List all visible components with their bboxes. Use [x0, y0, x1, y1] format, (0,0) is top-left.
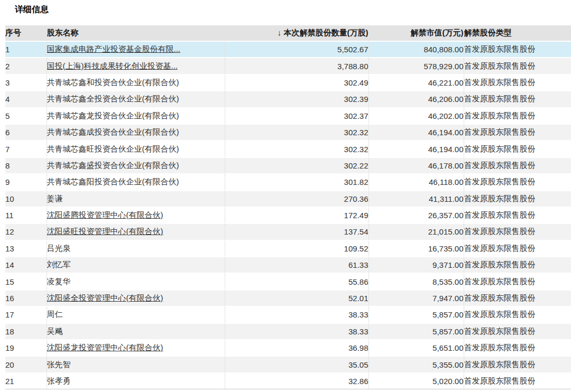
col-header-shareholder-name[interactable]: 股东名称 [47, 25, 225, 41]
share-type-cell: 首发原股东限售股份 [464, 157, 571, 174]
table-row: 4 共青城芯鑫全投资合伙企业(有限合伙) 302.39 46,206.00 首发… [5, 91, 571, 107]
table-row: 17 周仁 38.33 5,857.00 首发原股东限售股份 [5, 306, 571, 323]
row-index-cell: 17 [5, 306, 47, 323]
col-header-market-value[interactable]: 解禁市值(万元) [369, 25, 464, 41]
row-index-cell: 20 [5, 356, 47, 372]
share-type-cell: 首发原股东限售股份 [464, 257, 571, 273]
row-index-cell: 13 [5, 240, 47, 257]
market-value-cell: 46,178.00 [369, 157, 464, 174]
row-index-cell: 18 [5, 323, 47, 340]
unlock-quantity-cell: 38.33 [225, 306, 369, 323]
row-index-cell: 4 [5, 91, 47, 107]
unlock-quantity-cell: 172.49 [225, 207, 369, 223]
page-title: 详细信息 [15, 4, 49, 15]
shareholder-name: 共青城芯鑫全投资合伙企业(有限合伙) [47, 94, 179, 103]
share-type-cell: 首发原股东限售股份 [464, 290, 571, 306]
market-value-cell: 26,357.00 [369, 207, 464, 223]
share-type-cell: 首发原股东限售股份 [464, 74, 571, 91]
table-row: 7 共青城芯鑫旺投资合伙企业(有限合伙) 302.32 46,194.00 首发… [5, 141, 571, 157]
share-type-cell: 首发原股东限售股份 [464, 240, 571, 257]
unlock-quantity-cell: 32.86 [225, 373, 369, 389]
shareholder-name-cell: 共青城芯鑫阳投资合伙企业(有限合伙) [47, 174, 225, 190]
share-type-cell: 首发原股东限售股份 [464, 306, 571, 323]
shareholder-name-cell: 沈阳盛全投资管理中心(有限合伙) [47, 290, 225, 306]
unlock-quantity-cell: 301.82 [225, 174, 369, 190]
row-index-cell: 8 [5, 157, 47, 174]
shareholder-name-cell: 共青城芯鑫盛投资合伙企业(有限合伙) [47, 157, 225, 174]
unlock-quantity-cell: 38.33 [225, 323, 369, 340]
shareholder-name: 共青城芯鑫龙投资合伙企业(有限合伙) [47, 111, 179, 120]
unlock-quantity-cell: 302.37 [225, 108, 369, 124]
table-row: 2 国投(上海)科技成果转化创业投资基... 3,788.80 578,929.… [5, 58, 571, 74]
shareholder-name-cell: 姜谦 [47, 191, 225, 207]
share-type-cell: 首发原股东限售股份 [464, 174, 571, 190]
shareholder-name[interactable]: 国家集成电路产业投资基金股份有限... [47, 44, 181, 53]
shareholder-name[interactable]: 沈阳盛全投资管理中心(有限合伙) [47, 293, 163, 302]
shareholder-name-cell: 共青城芯鑫成投资合伙企业(有限合伙) [47, 124, 225, 141]
unlock-quantity-cell: 302.22 [225, 157, 369, 174]
shareholder-name-cell: 沈阳盛腾投资管理中心(有限合伙) [47, 207, 225, 223]
table-row: 16 沈阳盛全投资管理中心(有限合伙) 52.01 7,947.00 首发原股东… [5, 290, 571, 306]
col-header-share-type[interactable]: 解禁股份类型 [464, 25, 571, 41]
share-type-cell: 首发原股东限售股份 [464, 141, 571, 157]
unlock-quantity-cell: 302.49 [225, 74, 369, 91]
shareholder-name-cell: 吴飚 [47, 323, 225, 340]
row-index-cell: 5 [5, 108, 47, 124]
table-row: 13 吕光泉 109.52 16,735.00 首发原股东限售股份 [5, 240, 571, 257]
shareholder-name: 共青城芯鑫阳投资合伙企业(有限合伙) [47, 177, 179, 186]
table-row: 11 沈阳盛腾投资管理中心(有限合伙) 172.49 26,357.00 首发原… [5, 207, 571, 223]
table-row: 14 刘忆军 61.33 9,371.00 首发原股东限售股份 [5, 257, 571, 273]
table-row: 9 共青城芯鑫阳投资合伙企业(有限合伙) 301.82 46,118.00 首发… [5, 174, 571, 190]
shareholder-name-cell: 刘忆军 [47, 257, 225, 273]
shareholder-name-cell: 沈阳盛龙投资管理中心(有限合伙) [47, 340, 225, 356]
unlock-quantity-cell: 5,502.67 [225, 41, 369, 58]
market-value-cell: 46,221.00 [369, 74, 464, 91]
page: 详细信息 序号 股东名称 ↓ 本次解禁股份数量(万股) 解禁市值(万元) 解禁股… [0, 0, 571, 392]
shareholder-name[interactable]: 沈阳盛旺投资管理中心(有限合伙) [47, 227, 163, 236]
market-value-cell: 46,202.00 [369, 108, 464, 124]
unlock-quantity-cell: 302.32 [225, 141, 369, 157]
shareholder-name-cell: 沈阳盛旺投资管理中心(有限合伙) [47, 223, 225, 240]
unlock-quantity-cell: 302.32 [225, 124, 369, 141]
shareholder-name[interactable]: 国投(上海)科技成果转化创业投资基... [47, 61, 178, 70]
shareholder-name[interactable]: 沈阳盛龙投资管理中心(有限合伙) [47, 343, 163, 352]
table-row: 19 沈阳盛龙投资管理中心(有限合伙) 36.98 5,651.00 首发原股东… [5, 340, 571, 356]
market-value-cell: 46,194.00 [369, 141, 464, 157]
market-value-cell: 5,355.00 [369, 356, 464, 372]
market-value-cell: 5,020.00 [369, 373, 464, 389]
shareholder-name-cell: 周仁 [47, 306, 225, 323]
col-header-unlock-quantity[interactable]: ↓ 本次解禁股份数量(万股) [225, 25, 369, 41]
share-type-cell: 首发原股东限售股份 [464, 223, 571, 240]
row-index-cell: 14 [5, 257, 47, 273]
row-index-cell: 9 [5, 174, 47, 190]
share-type-cell: 首发原股东限售股份 [464, 356, 571, 372]
share-type-cell: 首发原股东限售股份 [464, 108, 571, 124]
shareholder-name-cell: 国投(上海)科技成果转化创业投资基... [47, 58, 225, 74]
table-row: 1 国家集成电路产业投资基金股份有限... 5,502.67 840,808.0… [5, 41, 571, 58]
share-type-cell: 首发原股东限售股份 [464, 273, 571, 290]
shareholder-name: 姜谦 [47, 194, 63, 203]
share-type-cell: 首发原股东限售股份 [464, 58, 571, 74]
market-value-cell: 41,311.00 [369, 191, 464, 207]
col-header-index[interactable]: 序号 [5, 25, 47, 41]
unlock-quantity-cell: 61.33 [225, 257, 369, 273]
market-value-cell: 46,194.00 [369, 124, 464, 141]
unlock-quantity-cell: 55.86 [225, 273, 369, 290]
table-row: 8 共青城芯鑫盛投资合伙企业(有限合伙) 302.22 46,178.00 首发… [5, 157, 571, 174]
row-index-cell: 7 [5, 141, 47, 157]
table-row: 3 共青城芯鑫和投资合伙企业(有限合伙) 302.49 46,221.00 首发… [5, 74, 571, 91]
unlock-quantity-cell: 109.52 [225, 240, 369, 257]
table-row: 20 张先智 35.05 5,355.00 首发原股东限售股份 [5, 356, 571, 372]
header-row: 序号 股东名称 ↓ 本次解禁股份数量(万股) 解禁市值(万元) 解禁股份类型 [5, 25, 571, 41]
market-value-cell: 5,857.00 [369, 323, 464, 340]
unlock-detail-table: 序号 股东名称 ↓ 本次解禁股份数量(万股) 解禁市值(万元) 解禁股份类型 1… [5, 25, 571, 389]
shareholder-name: 张孝勇 [47, 376, 71, 385]
unlock-quantity-cell: 270.36 [225, 191, 369, 207]
unlock-quantity-cell: 52.01 [225, 290, 369, 306]
table-row: 21 张孝勇 32.86 5,020.00 首发原股东限售股份 [5, 373, 571, 389]
row-index-cell: 19 [5, 340, 47, 356]
unlock-quantity-cell: 35.05 [225, 356, 369, 372]
shareholder-name[interactable]: 沈阳盛腾投资管理中心(有限合伙) [47, 210, 163, 219]
shareholder-name: 周仁 [47, 310, 63, 319]
shareholder-name-cell: 共青城芯鑫旺投资合伙企业(有限合伙) [47, 141, 225, 157]
